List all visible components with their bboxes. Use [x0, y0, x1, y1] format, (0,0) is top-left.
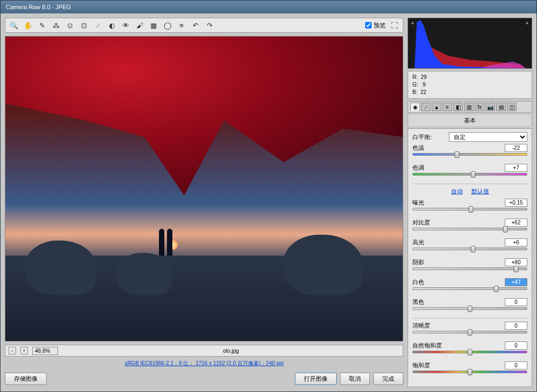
shadows-input[interactable]	[505, 258, 527, 266]
workflow-link[interactable]: sRGB IEC61966-2.1；8 位； 1716 x 1152 (2.0 …	[5, 360, 403, 367]
vibrance-label: 自然饱和度	[412, 342, 451, 350]
blacks-input[interactable]	[505, 298, 527, 306]
preview-checkbox[interactable]: 预览	[365, 21, 386, 30]
whites-input[interactable]	[505, 278, 527, 286]
rotate-ccw-icon[interactable]: ↶	[190, 20, 201, 31]
tab-curve-icon[interactable]: ⟋	[421, 103, 431, 111]
saturation-slider[interactable]	[412, 371, 527, 377]
tint-slider[interactable]	[412, 173, 527, 179]
done-button[interactable]: 完成	[373, 373, 403, 385]
whites-label: 白色	[412, 278, 446, 286]
g-value: 9	[423, 82, 426, 88]
save-image-button[interactable]: 存储图像	[5, 373, 47, 385]
zoom-bar: − + 48.8% olo.jpg	[5, 345, 403, 357]
redeye-icon[interactable]: 👁	[120, 20, 131, 31]
tab-fx-icon[interactable]: fx	[475, 103, 484, 111]
wb-label: 白平衡:	[412, 133, 446, 141]
photo-content	[5, 37, 403, 341]
tab-hsl-icon[interactable]: ≡	[442, 103, 452, 111]
filename-label: olo.jpg	[223, 348, 238, 354]
b-value: 22	[420, 89, 426, 95]
fabric-shape	[5, 37, 403, 204]
tab-lens-icon[interactable]: ▥	[464, 103, 474, 111]
zoom-tool-icon[interactable]: 🔍	[9, 20, 19, 31]
main-toolbar: 🔍 ✋ ✎ ⁂ ⊙ ⊡ ⟋ ◐ 👁 🖌 ▦ ◯ ≡ ↶ ↷ 预览 ⛶	[5, 18, 403, 33]
rock-shape	[117, 253, 172, 295]
people-shape	[156, 226, 178, 256]
rotate-cw-icon[interactable]: ↷	[204, 20, 215, 31]
fullscreen-icon[interactable]: ⛶	[389, 20, 400, 31]
highlights-label: 高光	[412, 238, 446, 246]
zoom-out-button[interactable]: −	[9, 347, 16, 354]
preview-check-input[interactable]	[365, 22, 372, 28]
crop-icon[interactable]: ⊡	[78, 20, 89, 31]
tab-camera-icon[interactable]: 📷	[485, 103, 495, 111]
exposure-input[interactable]	[505, 199, 527, 207]
clarity-slider[interactable]	[412, 331, 527, 337]
radial-icon[interactable]: ◯	[162, 20, 173, 31]
target-icon[interactable]: ⊙	[64, 20, 75, 31]
r-value: 29	[421, 74, 427, 80]
title-bar: Camera Raw 8.0 - JPEG	[1, 1, 536, 13]
tab-basic-icon[interactable]: ◉	[410, 103, 420, 111]
saturation-label: 饱和度	[412, 361, 446, 369]
cancel-button[interactable]: 取消	[340, 373, 370, 385]
tab-detail-icon[interactable]: ▲	[432, 103, 441, 111]
straighten-icon[interactable]: ⟋	[92, 20, 103, 31]
image-preview[interactable]	[5, 36, 403, 342]
zoom-select[interactable]: 48.8%	[32, 347, 58, 355]
panel-tabs: ◉ ⟋ ▲ ≡ ◧ ▥ fx 📷 ▤ ◫	[408, 101, 532, 113]
open-button[interactable]: 打开图像	[295, 373, 337, 385]
shadows-slider[interactable]	[412, 267, 527, 274]
tint-input[interactable]	[505, 164, 527, 172]
exposure-label: 曝光	[412, 199, 446, 207]
exposure-slider[interactable]	[412, 208, 527, 214]
contrast-label: 对比度	[412, 219, 446, 227]
rock-shape	[25, 241, 97, 295]
default-link[interactable]: 默认值	[471, 187, 489, 195]
contrast-slider[interactable]	[412, 228, 527, 234]
basic-panel: 白平衡: 自定 色温 色调 自动 默认值 曝光	[408, 128, 532, 387]
shadows-label: 阴影	[412, 258, 446, 266]
whites-slider[interactable]	[412, 287, 527, 294]
highlights-slider[interactable]	[412, 248, 527, 254]
hand-tool-icon[interactable]: ✋	[23, 20, 33, 31]
prefs-icon[interactable]: ≡	[176, 20, 187, 31]
temp-label: 色温	[412, 144, 446, 152]
blacks-label: 黑色	[412, 298, 446, 306]
histogram[interactable]: ▲ ▲	[408, 18, 532, 69]
eyedropper-icon[interactable]: ✎	[37, 20, 47, 31]
zoom-in-button[interactable]: +	[20, 347, 28, 354]
auto-link[interactable]: 自动	[451, 187, 463, 195]
spot-icon[interactable]: ◐	[106, 20, 117, 31]
sampler-icon[interactable]: ⁂	[50, 20, 61, 31]
tint-label: 色调	[412, 164, 446, 172]
tab-split-icon[interactable]: ◧	[453, 103, 463, 111]
temp-input[interactable]	[505, 144, 527, 152]
brush-icon[interactable]: 🖌	[134, 20, 145, 31]
tab-presets-icon[interactable]: ▤	[496, 103, 506, 111]
saturation-input[interactable]	[505, 361, 527, 369]
vibrance-slider[interactable]	[412, 351, 527, 357]
highlights-input[interactable]	[505, 238, 527, 246]
wb-select[interactable]: 自定	[449, 132, 527, 142]
grad-icon[interactable]: ▦	[148, 20, 159, 31]
rgb-readout: R: 29 G: 9 B: 22	[408, 71, 532, 99]
tab-snapshot-icon[interactable]: ◫	[507, 103, 517, 111]
temp-slider[interactable]	[412, 153, 527, 159]
window-title: Camera Raw 8.0 - JPEG	[6, 4, 71, 10]
contrast-input[interactable]	[505, 219, 527, 227]
rock-shape	[284, 235, 363, 295]
panel-title: 基本	[408, 115, 532, 126]
blacks-slider[interactable]	[412, 307, 527, 314]
vibrance-input[interactable]	[505, 342, 527, 350]
clarity-input[interactable]	[505, 322, 527, 330]
preview-label: 预览	[374, 21, 386, 30]
clarity-label: 清晰度	[412, 322, 446, 330]
